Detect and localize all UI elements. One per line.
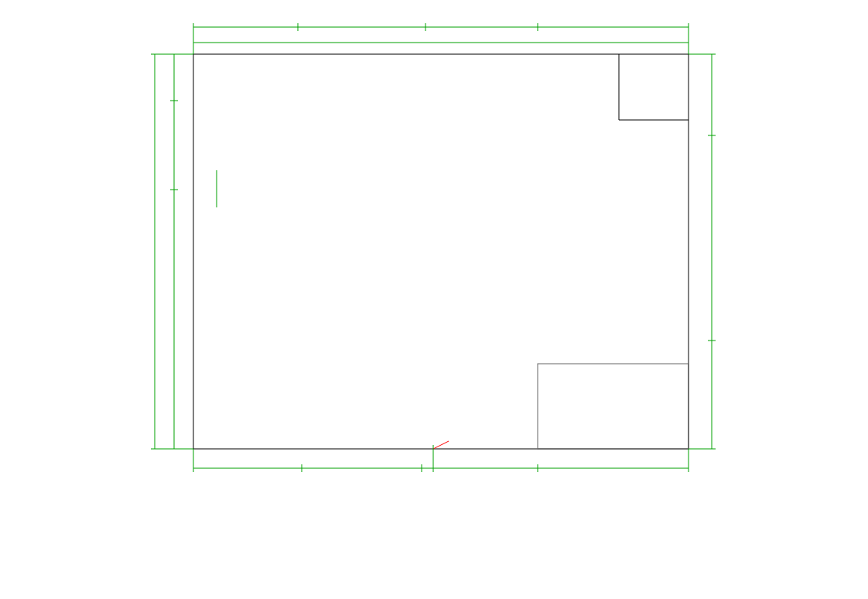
left-full-dim: [151, 54, 193, 449]
building-outline: [193, 54, 689, 449]
svg-line-2: [433, 441, 449, 449]
top-major-dims: [193, 23, 689, 54]
inner-room: [538, 364, 689, 449]
technical-drawing: [139, 15, 743, 495]
right-segment-dims: [689, 54, 716, 449]
